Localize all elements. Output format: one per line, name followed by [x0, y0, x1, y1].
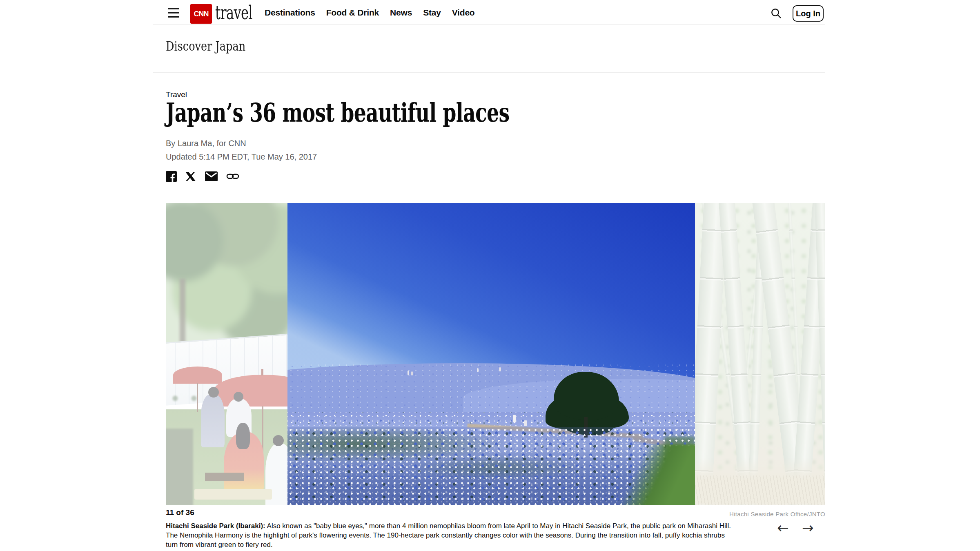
copy-link-icon	[226, 172, 239, 181]
tatami-mat-shape	[194, 489, 272, 500]
distant-visitor-shape	[408, 371, 409, 375]
x-share-button[interactable]	[185, 171, 196, 182]
image-carousel	[166, 203, 825, 505]
hub-link-discover-japan[interactable]: Discover Japan	[166, 38, 245, 54]
previous-arrow-button[interactable]: ←	[777, 521, 789, 535]
page: CNN travel Destinations Food & Drink New…	[0, 0, 980, 551]
caption-location-label: Hitachi Seaside Park (Ibaraki):	[166, 522, 265, 530]
distant-visitor-shape	[411, 371, 413, 375]
grass-corner-shape	[612, 444, 695, 505]
next-arrow-button[interactable]: →	[802, 521, 814, 535]
header-divider	[153, 24, 825, 25]
tree-trunk-shape	[180, 279, 185, 346]
distant-visitor-shape	[499, 367, 501, 371]
email-share-button[interactable]	[205, 171, 218, 182]
kimono-figure-shape	[201, 394, 225, 447]
small-red-umbrella-shape	[173, 367, 222, 384]
cnn-logo-text: CNN	[194, 10, 209, 18]
share-toolbar	[166, 171, 239, 182]
figure-hair-shape	[273, 435, 284, 446]
gallery-position: 11 of 36	[166, 508, 194, 517]
menu-icon[interactable]	[168, 8, 179, 18]
tea-table-shape	[205, 473, 244, 481]
previous-image-thumbnail[interactable]	[166, 203, 287, 505]
section-divider	[153, 72, 825, 73]
nav-item-destinations[interactable]: Destinations	[265, 8, 315, 18]
email-icon	[205, 171, 218, 181]
copy-link-button[interactable]	[226, 171, 239, 182]
article-updated-timestamp: Updated 5:14 PM EDT, Tue May 16, 2017	[166, 152, 317, 162]
nav-item-news[interactable]: News	[390, 8, 412, 18]
gallery-photo-hitachi-seaside-park	[287, 203, 695, 505]
article-byline: By Laura Ma, for CNN	[166, 139, 246, 148]
next-image-thumbnail[interactable]	[695, 203, 825, 505]
facebook-share-button[interactable]	[166, 171, 177, 182]
visitor-shape	[513, 415, 516, 422]
umbrella-tip-shape	[261, 369, 263, 375]
article-title: Japan’s 36 most beautiful places	[166, 97, 509, 128]
figure-hair-shape	[234, 392, 243, 402]
login-button[interactable]: Log In	[793, 5, 824, 22]
primary-nav: Destinations Food & Drink News Stay Vide…	[265, 0, 474, 25]
travel-wordmark[interactable]: travel	[215, 2, 252, 23]
flower-texture-shape	[287, 362, 695, 420]
cnn-logo[interactable]: CNN	[190, 4, 212, 24]
bamboo-grove-photo	[695, 203, 825, 505]
tea-ceremony-photo	[166, 203, 287, 505]
photo-caption: Hitachi Seaside Park (Ibaraki): Also kno…	[166, 521, 737, 549]
dry-grass-shape	[695, 475, 825, 505]
distant-visitor-shape	[477, 368, 479, 372]
nav-item-stay[interactable]: Stay	[423, 8, 441, 18]
facebook-icon	[166, 171, 177, 182]
x-icon	[185, 171, 196, 182]
figure-hair-shape	[236, 423, 250, 449]
umbrella-pole-shape	[197, 383, 198, 412]
figure-hair-shape	[208, 387, 219, 398]
nav-item-food-drink[interactable]: Food & Drink	[326, 8, 379, 18]
pond-shape	[166, 429, 193, 505]
photo-credit: Hitachi Seaside Park Office/JNTO	[729, 511, 825, 518]
visitor-shape	[524, 420, 527, 426]
nav-item-video[interactable]: Video	[452, 8, 475, 18]
search-icon[interactable]	[770, 7, 782, 20]
